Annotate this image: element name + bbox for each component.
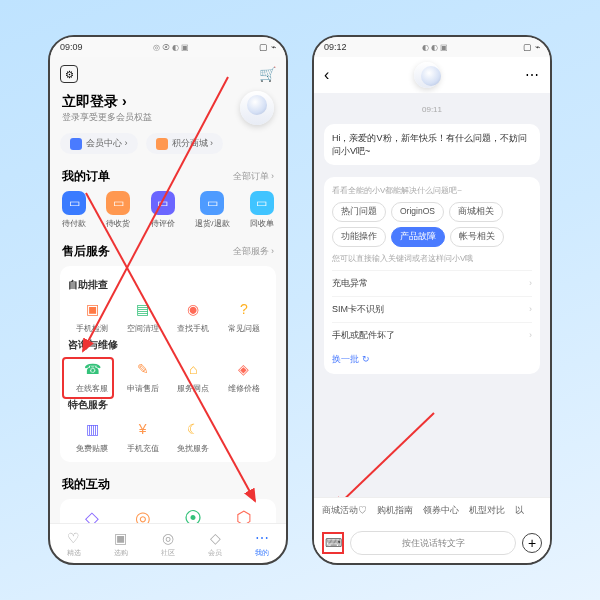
chevron-right-icon: › (529, 303, 532, 316)
chip-2[interactable]: 商城相关 (449, 202, 503, 222)
suggestion-bar[interactable]: 商城活动♡购机指南领券中心机型对比以 (314, 497, 550, 523)
interact-title: 我的互动 (62, 476, 110, 493)
all-services-link[interactable]: 全部服务 › (233, 245, 275, 258)
cat-header: 看看全能的小V都能解决什么问题吧~ (332, 185, 532, 196)
interact-icon: ◇ (81, 507, 103, 523)
chat-scroll[interactable]: 09:11 Hi，亲爱的V粉，新年快乐！有什么问题，不妨问问小V吧~ 看看全能的… (314, 93, 550, 497)
interact-0[interactable]: ◇ (68, 507, 116, 523)
points-mall-pill[interactable]: 积分商城 › (146, 133, 224, 154)
all-orders-link[interactable]: 全部订单 › (233, 170, 275, 183)
svc-g1-2[interactable]: ◉查找手机 (169, 298, 217, 334)
voice-input[interactable]: 按住说话转文字 (350, 531, 516, 555)
interact-3[interactable]: ⬡ (220, 507, 268, 523)
member-center-pill[interactable]: 会员中心 › (60, 133, 138, 154)
chat-header: ‹ ⋯ (314, 57, 550, 93)
order-icon: ▭ (200, 191, 224, 215)
svg-line-2 (334, 413, 434, 497)
cart-icon[interactable]: 🛒 (259, 66, 276, 82)
back-icon[interactable]: ‹ (324, 66, 329, 84)
left-phone: 09:09 ◎ ⦿ ◐ ▣ ▢ ⌁ ⚙ 🛒 立即登录 › 登录享受更多会员权益 … (48, 35, 288, 565)
service-icon: ▤ (132, 298, 154, 320)
plus-icon[interactable]: + (522, 533, 542, 553)
nav-选购[interactable]: ▣选购 (97, 524, 144, 563)
nav-icon: ♡ (65, 529, 83, 547)
suggest-0[interactable]: 商城活动♡ (322, 505, 367, 517)
suggest-2[interactable]: 领券中心 (423, 505, 459, 517)
order-1[interactable]: ▭待收货 (106, 191, 130, 229)
svc-g2-3[interactable]: ◈维修价格 (220, 358, 268, 394)
suggest-3[interactable]: 机型对比 (469, 505, 505, 517)
interact-2[interactable]: ⦿ (169, 507, 217, 523)
settings-icon[interactable]: ⚙ (60, 65, 78, 83)
svc-g3-1[interactable]: ¥手机充值 (119, 418, 167, 454)
faq-item-2[interactable]: 手机或配件坏了› (332, 322, 532, 348)
login-block[interactable]: 立即登录 › 登录享受更多会员权益 (50, 87, 286, 125)
order-0[interactable]: ▭待付款 (62, 191, 86, 229)
orders-title: 我的订单 (62, 168, 110, 185)
svc-g1-1[interactable]: ▤空间清理 (119, 298, 167, 334)
nav-会员[interactable]: ◇会员 (192, 524, 239, 563)
more-icon[interactable]: ⋯ (525, 67, 540, 83)
service-icon: ▣ (81, 298, 103, 320)
order-4[interactable]: ▭回收单 (250, 191, 274, 229)
interact-icon: ⦿ (182, 507, 204, 523)
chip-0[interactable]: 热门问题 (332, 202, 386, 222)
svc-g2-0[interactable]: ☎在线客服 (68, 358, 116, 394)
order-2[interactable]: ▭待评价 (151, 191, 175, 229)
nav-我的[interactable]: ⋯我的 (239, 524, 286, 563)
svc-g3-2[interactable]: ☾免扰服务 (169, 418, 217, 454)
status-right: ▢ ⌁ (523, 42, 540, 52)
greeting-bubble: Hi，亲爱的V粉，新年快乐！有什么问题，不妨问问小V吧~ (324, 124, 540, 165)
service-icon: ◉ (182, 298, 204, 320)
main-scroll[interactable]: ⚙ 🛒 立即登录 › 登录享受更多会员权益 会员中心 › 积分商城 › 我的订单… (50, 57, 286, 523)
faq-item-1[interactable]: SIM卡不识别› (332, 296, 532, 322)
status-bar: 09:09 ◎ ⦿ ◐ ▣ ▢ ⌁ (50, 37, 286, 57)
avatar-icon[interactable] (240, 91, 274, 125)
service-icon: ¥ (132, 418, 154, 440)
suggest-4[interactable]: 以 (515, 505, 524, 517)
svc-g2-2[interactable]: ⌂服务网点 (169, 358, 217, 394)
svc-g2-1[interactable]: ✎申请售后 (119, 358, 167, 394)
aftersale-card: 自助排查 ▣手机检测▤空间清理◉查找手机?常见问题 咨询与维修 ☎在线客服✎申请… (60, 266, 276, 462)
bot-avatar-icon (414, 62, 440, 88)
order-icon: ▭ (62, 191, 86, 215)
keyboard-icon[interactable]: ⌨ (322, 532, 344, 554)
nav-icon: ⋯ (253, 529, 271, 547)
orders-section: 我的订单全部订单 › ▭待付款▭待收货▭待评价▭退货/退款▭回收单 (50, 162, 286, 237)
chip-3[interactable]: 功能操作 (332, 227, 386, 247)
interact-1[interactable]: ◎ (119, 507, 167, 523)
nav-icon: ▣ (112, 529, 130, 547)
chip-5[interactable]: 帐号相关 (450, 227, 504, 247)
bottom-nav: ♡精选▣选购◎社区◇会员⋯我的 (50, 523, 286, 563)
chip-1[interactable]: OriginOS (391, 202, 444, 222)
status-time: 09:12 (324, 42, 347, 52)
order-3[interactable]: ▭退货/退款 (195, 191, 229, 229)
chip-4[interactable]: 产品故障 (391, 227, 445, 247)
nav-精选[interactable]: ♡精选 (50, 524, 97, 563)
group2-label: 咨询与维修 (68, 338, 268, 352)
pill-row: 会员中心 › 积分商城 › (50, 125, 286, 162)
nav-社区[interactable]: ◎社区 (144, 524, 191, 563)
service-icon: ? (233, 298, 255, 320)
faq-item-0[interactable]: 充电异常› (332, 270, 532, 296)
chevron-right-icon: › (529, 329, 532, 342)
interact-icon: ⬡ (233, 507, 255, 523)
service-icon: ▥ (81, 418, 103, 440)
svc-g1-3[interactable]: ?常见问题 (220, 298, 268, 334)
chat-timestamp: 09:11 (324, 105, 540, 114)
suggest-1[interactable]: 购机指南 (377, 505, 413, 517)
aftersale-title: 售后服务 (62, 243, 110, 260)
order-icon: ▭ (106, 191, 130, 215)
nav-icon: ◎ (159, 529, 177, 547)
category-bubble: 看看全能的小V都能解决什么问题吧~ 热门问题OriginOS商城相关功能操作产品… (324, 177, 540, 374)
order-icon: ▭ (250, 191, 274, 215)
service-icon: ◈ (233, 358, 255, 380)
refresh-button[interactable]: 换一批 ↻ (332, 353, 532, 366)
chat-hint: 您可以直接输入关键词或者这样问小V哦 (332, 253, 532, 264)
svc-g1-0[interactable]: ▣手机检测 (68, 298, 116, 334)
header-row: ⚙ 🛒 (50, 57, 286, 87)
status-bar: 09:12 ◐ ◐ ▣ ▢ ⌁ (314, 37, 550, 57)
points-icon (156, 138, 168, 150)
svc-g3-0[interactable]: ▥免费贴膜 (68, 418, 116, 454)
nav-icon: ◇ (206, 529, 224, 547)
